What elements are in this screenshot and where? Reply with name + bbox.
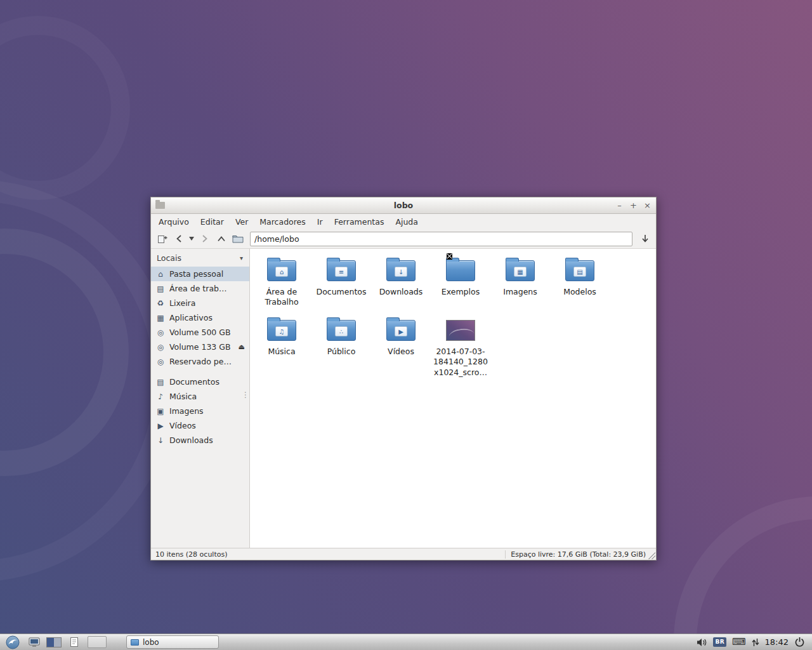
- image-thumbnail: [446, 320, 475, 341]
- menu-arquivo[interactable]: Arquivo: [153, 215, 195, 229]
- sidebar-item[interactable]: ◎Volume 500 GB: [151, 325, 249, 340]
- back-button[interactable]: [171, 232, 186, 246]
- images-emblem-icon: ▦: [514, 267, 527, 277]
- task-button-lobo[interactable]: lobo: [126, 635, 219, 649]
- file-label: Documentos: [317, 287, 367, 297]
- menu-ferramentas[interactable]: Ferramentas: [329, 215, 390, 229]
- desktop: lobo – + × ArquivoEditarVerMarcadoresIrF…: [0, 0, 812, 650]
- sidebar-item[interactable]: ↓Downloads: [151, 433, 249, 448]
- sidebar-item-label: Vídeos: [169, 421, 196, 430]
- start-menu-button[interactable]: [3, 635, 23, 650]
- keyboard-layout-badge[interactable]: BR: [713, 637, 726, 647]
- file-item[interactable]: ▦Imagens: [490, 253, 550, 312]
- sidebar-splitter[interactable]: ⋮: [242, 391, 249, 399]
- sidebar-item[interactable]: ▦Aplicativos: [151, 310, 249, 325]
- desktop-pager[interactable]: [46, 637, 62, 647]
- file-item[interactable]: ⌂Área de Trabalho: [252, 253, 311, 312]
- mouse-cursor: [447, 253, 452, 260]
- file-item[interactable]: ↓Downloads: [371, 253, 431, 312]
- folder-icon: ∴: [327, 315, 356, 345]
- minimize-button[interactable]: –: [615, 198, 624, 213]
- places-mode-select[interactable]: Locais ▾: [151, 249, 249, 267]
- trash-icon: ♻: [155, 299, 166, 308]
- file-label: Vídeos: [388, 347, 414, 357]
- monitor-icon: [28, 636, 41, 649]
- status-free-space: Espaço livre: 17,6 GiB (Total: 23,9 GiB): [505, 550, 656, 559]
- pager-desktop-1[interactable]: [47, 638, 54, 647]
- text-editor-launcher[interactable]: [66, 635, 82, 650]
- folder-icon: [131, 639, 139, 646]
- resize-grip-icon[interactable]: [647, 551, 655, 559]
- images-icon: ▣: [155, 407, 166, 416]
- folder-icon: ▶: [386, 315, 416, 345]
- file-grid: ⌂Área de Trabalho≡Documentos↓DownloadsEx…: [252, 253, 656, 381]
- lubuntu-logo-icon: [6, 635, 20, 649]
- sidebar-item[interactable]: ▶Vídeos: [151, 418, 249, 433]
- documents-emblem-icon: ≡: [335, 267, 348, 277]
- sidebar-item-label: Reservado pe…: [169, 357, 232, 366]
- menu-editar[interactable]: Editar: [195, 215, 230, 229]
- sidebar-item-label: Aplicativos: [169, 313, 213, 322]
- sidebar-item[interactable]: ◎Reservado pe…: [151, 354, 249, 369]
- file-label: 2014-07-03-184140_1280x1024_scro…: [432, 347, 489, 378]
- up-button[interactable]: [214, 232, 228, 246]
- file-item[interactable]: ▤Modelos: [550, 253, 610, 312]
- file-item[interactable]: ≡Documentos: [311, 253, 371, 312]
- history-dropdown-icon[interactable]: [188, 232, 195, 246]
- path-input[interactable]: [250, 232, 632, 246]
- show-desktop-button[interactable]: [88, 636, 107, 648]
- drive-icon: ◎: [155, 357, 166, 366]
- sidebar-item[interactable]: ◎Volume 133 GB⏏: [151, 340, 249, 354]
- pager-desktop-2[interactable]: [54, 638, 61, 647]
- file-item[interactable]: ∴Público: [311, 312, 371, 381]
- eject-icon[interactable]: ⏏: [239, 343, 246, 351]
- clock[interactable]: 18:42: [765, 637, 789, 647]
- home-icon: ⌂: [155, 270, 166, 279]
- status-items-count: 10 itens (28 ocultos): [151, 550, 505, 559]
- places-list: ⌂Pasta pessoal▤Área de trab…♻Lixeira▦Apl…: [151, 267, 249, 448]
- file-label: Downloads: [379, 287, 423, 297]
- sidebar-item[interactable]: ⌂Pasta pessoal: [151, 267, 249, 281]
- forward-button[interactable]: [197, 232, 212, 246]
- sidebar-item-label: Volume 133 GB: [169, 342, 231, 352]
- file-item[interactable]: Exemplos: [431, 253, 490, 312]
- network-traffic-icon[interactable]: [752, 638, 759, 647]
- keyboard-icon[interactable]: ⌨: [732, 637, 746, 647]
- sidebar-item[interactable]: ♻Lixeira: [151, 296, 249, 310]
- menu-ver[interactable]: Ver: [230, 215, 254, 229]
- file-view[interactable]: ⌂Área de Trabalho≡Documentos↓DownloadsEx…: [250, 249, 656, 548]
- folder-icon: ♫: [267, 315, 296, 345]
- titlebar[interactable]: lobo – + ×: [151, 197, 656, 214]
- menu-ir[interactable]: Ir: [311, 215, 329, 229]
- jump-down-arrow-icon[interactable]: [638, 232, 652, 246]
- menu-ajuda[interactable]: Ajuda: [390, 215, 424, 229]
- sidebar-item[interactable]: ▣Imagens: [151, 404, 249, 418]
- file-item[interactable]: 2014-07-03-184140_1280x1024_scro…: [431, 312, 490, 381]
- maximize-button[interactable]: +: [629, 198, 638, 213]
- sidebar-item[interactable]: ▤Área de trab…: [151, 281, 249, 296]
- window-icon: [155, 202, 165, 209]
- drive-icon: ◎: [155, 328, 166, 337]
- home-button[interactable]: [230, 232, 245, 246]
- places-sidebar: Locais ▾ ⌂Pasta pessoal▤Área de trab…♻Li…: [151, 249, 250, 548]
- public-emblem-icon: ∴: [335, 326, 348, 336]
- menu-marcadores[interactable]: Marcadores: [254, 215, 311, 229]
- file-label: Público: [327, 347, 356, 357]
- status-bar: 10 itens (28 ocultos) Espaço livre: 17,6…: [151, 548, 656, 560]
- sidebar-item-label: Pasta pessoal: [169, 269, 223, 279]
- sidebar-item-label: Documentos: [169, 377, 219, 387]
- volume-icon[interactable]: [697, 638, 707, 647]
- folder-icon: ⌂: [267, 256, 296, 285]
- file-item[interactable]: ▶Vídeos: [371, 312, 431, 381]
- new-tab-button[interactable]: [155, 232, 169, 246]
- power-icon[interactable]: [794, 637, 805, 647]
- task-button-label: lobo: [143, 638, 159, 647]
- folder-icon: ↓: [386, 256, 416, 285]
- menu-bar: ArquivoEditarVerMarcadoresIrFerramentasA…: [151, 214, 656, 229]
- file-label: Modelos: [563, 287, 596, 297]
- close-button[interactable]: ×: [643, 198, 652, 213]
- sidebar-item[interactable]: ▤Documentos: [151, 375, 249, 389]
- file-manager-launcher[interactable]: [26, 635, 42, 650]
- file-item[interactable]: ♫Música: [252, 312, 311, 381]
- sidebar-item[interactable]: ♪Música: [151, 389, 249, 404]
